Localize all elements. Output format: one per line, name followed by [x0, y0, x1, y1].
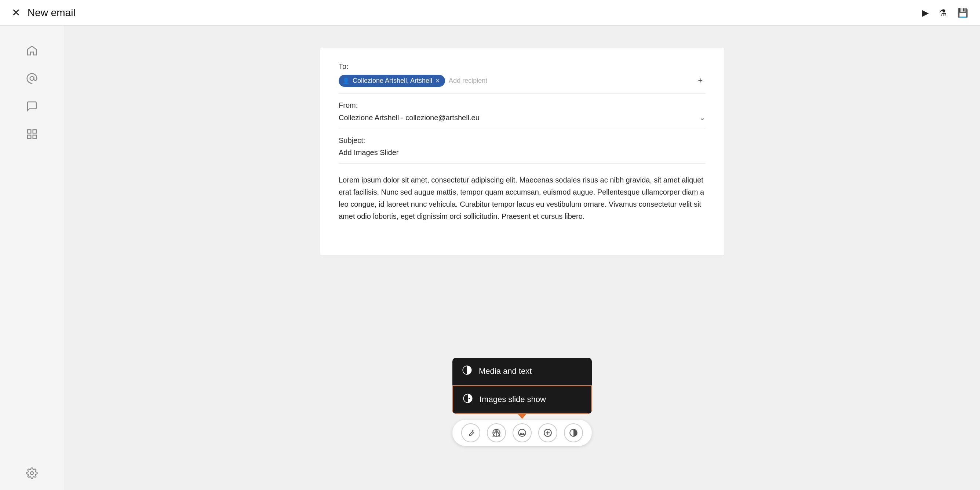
sidebar-item-apps[interactable]: [0, 120, 64, 148]
subject-label: Subject:: [339, 136, 706, 145]
sidebar-item-settings[interactable]: [0, 459, 64, 490]
to-label: To:: [339, 62, 706, 71]
email-card: To: 👤 Collezione Artshell, Artshell ✕ Ad…: [320, 48, 724, 255]
main-layout: To: 👤 Collezione Artshell, Artshell ✕ Ad…: [0, 25, 980, 490]
save-icon[interactable]: 💾: [957, 8, 968, 18]
toolbar-text-button[interactable]: [461, 423, 480, 442]
recipient-tag[interactable]: 👤 Collezione Artshell, Artshell ✕: [339, 75, 445, 87]
sidebar-item-messages[interactable]: [0, 92, 64, 120]
camera-icon: [492, 428, 501, 438]
svg-point-10: [469, 398, 470, 399]
svg-rect-4: [33, 135, 36, 138]
to-field-row: To: 👤 Collezione Artshell, Artshell ✕ Ad…: [339, 62, 706, 94]
toolbar-camera-button[interactable]: [487, 423, 506, 442]
pen-icon: [466, 428, 476, 438]
sidebar-item-home[interactable]: [0, 36, 64, 65]
chat-icon: [26, 100, 38, 112]
popup-item-images-slideshow[interactable]: Images slide show: [452, 385, 592, 414]
page-title: New email: [27, 7, 76, 19]
svg-rect-3: [27, 135, 31, 138]
from-dropdown-icon[interactable]: ⌄: [699, 113, 706, 122]
icon-toolbar: [452, 420, 592, 446]
sidebar-item-contacts[interactable]: [0, 65, 64, 92]
svg-rect-2: [33, 130, 36, 133]
media-text-icon: [461, 365, 473, 377]
toolbar-image-button[interactable]: [512, 423, 531, 442]
close-button[interactable]: ✕: [12, 6, 20, 19]
toolbar-add-button[interactable]: [538, 423, 557, 442]
slideshow-icon: [462, 393, 474, 406]
header-actions: ▶ ⚗ 💾: [922, 8, 968, 18]
subject-value[interactable]: Add Images Slider: [339, 148, 706, 157]
image-icon: [517, 428, 527, 438]
popup-menu: Media and text Images slide show: [452, 358, 592, 414]
person-icon: 👤: [342, 77, 350, 84]
recipient-name: Collezione Artshell, Artshell: [353, 77, 432, 85]
sidebar: [0, 25, 64, 490]
svg-point-9: [467, 398, 469, 399]
home-icon: [26, 45, 38, 56]
to-field[interactable]: 👤 Collezione Artshell, Artshell ✕ Add re…: [339, 75, 706, 87]
test-icon[interactable]: ⚗: [939, 8, 947, 18]
header: ✕ New email ▶ ⚗ 💾: [0, 0, 980, 25]
from-field: Collezione Artshell - collezione@artshel…: [339, 113, 706, 122]
from-field-row: From: Collezione Artshell - collezione@a…: [339, 101, 706, 129]
toolbar-contrast-button[interactable]: [564, 423, 583, 442]
popup-item-images-slideshow-label: Images slide show: [480, 395, 546, 404]
add-recipient-button[interactable]: +: [695, 75, 706, 87]
from-label: From:: [339, 101, 706, 109]
content-area: To: 👤 Collezione Artshell, Artshell ✕ Ad…: [64, 25, 980, 490]
svg-rect-1: [27, 130, 31, 133]
add-recipient-placeholder[interactable]: Add recipient: [449, 77, 487, 85]
remove-recipient-icon[interactable]: ✕: [435, 77, 440, 84]
svg-point-0: [30, 76, 34, 81]
popup-item-media-text[interactable]: Media and text: [452, 358, 592, 385]
svg-point-8: [466, 398, 467, 399]
apps-icon: [26, 128, 38, 140]
popup-item-media-text-label: Media and text: [479, 366, 531, 376]
svg-point-5: [30, 472, 33, 475]
contrast-icon: [569, 428, 578, 438]
settings-icon: [26, 467, 38, 479]
email-body[interactable]: Lorem ipsum dolor sit amet, consectetur …: [339, 174, 706, 222]
popup-caret: [518, 414, 527, 419]
send-icon[interactable]: ▶: [922, 8, 929, 18]
toolbar-area: Media and text Images slide show: [452, 358, 592, 446]
header-left: ✕ New email: [12, 6, 76, 19]
from-value: Collezione Artshell - collezione@artshel…: [339, 114, 480, 122]
subject-row: Subject: Add Images Slider: [339, 136, 706, 164]
add-icon: [543, 428, 552, 438]
svg-point-14: [519, 429, 526, 436]
at-icon: [26, 73, 38, 84]
